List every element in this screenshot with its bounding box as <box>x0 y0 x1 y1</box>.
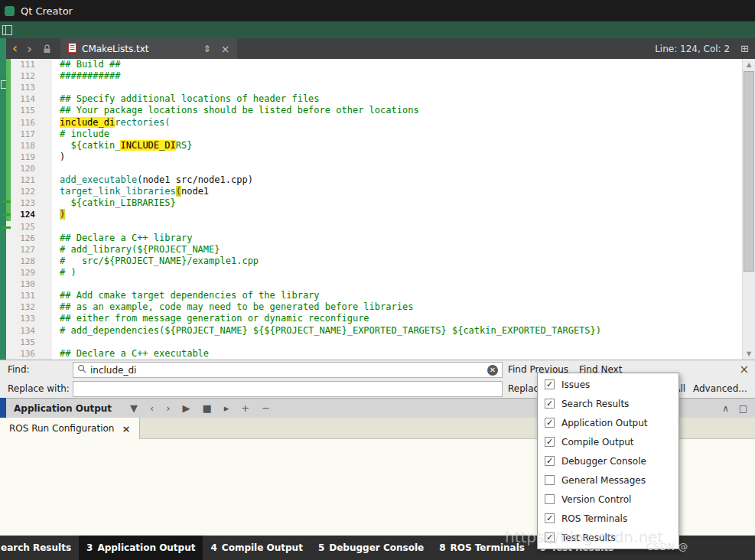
code-line-133[interactable]: 133## either from message generation or … <box>6 313 742 324</box>
code-line-115[interactable]: 115## Your package locations should be l… <box>6 105 742 116</box>
code-text: ## Specify additional locations of heade… <box>52 93 320 105</box>
scroll-down-icon[interactable]: ▼ <box>743 348 755 360</box>
code-line-114[interactable]: 114## Specify additional locations of he… <box>6 93 742 105</box>
checkbox-search-results[interactable]: ✓ <box>545 399 555 409</box>
find-input[interactable] <box>90 365 483 376</box>
line-number: 113 <box>11 82 52 93</box>
panes-menu-item-test-results[interactable]: ✓Test Results <box>538 528 679 547</box>
line-number: 122 <box>11 186 52 197</box>
code-line-119[interactable]: 119) <box>6 151 742 163</box>
code-line-136[interactable]: 136## Declare a C++ executable <box>6 348 742 360</box>
code-line-131[interactable]: 131## Add cmake target dependencies of t… <box>6 290 742 301</box>
line-number: 111 <box>11 59 52 70</box>
prev-item-icon[interactable]: ‹ <box>150 402 154 414</box>
panes-menu-item-application-output[interactable]: ✓Application Output <box>538 413 679 432</box>
panes-menu-item-search-results[interactable]: ✓Search Results <box>538 394 679 413</box>
code-line-132[interactable]: 132## as an example, code may need to be… <box>6 301 742 313</box>
output-pane-button-ros-terminals[interactable]: 8ROS Terminals <box>431 536 532 560</box>
attach-icon[interactable]: ▸ <box>224 402 229 414</box>
checkbox-version-control[interactable] <box>545 494 555 504</box>
replace-label: Replace with: <box>8 379 70 399</box>
code-line-127[interactable]: 127# add_library(${PROJECT_NAME} <box>6 244 742 256</box>
code-line-128[interactable]: 128# src/${PROJECT_NAME}/example1.cpp <box>6 256 742 267</box>
scrollbar-thumb[interactable] <box>744 71 754 272</box>
panes-menu-item-general-messages[interactable]: General Messages <box>538 470 679 490</box>
panes-menu-item-debugger-console[interactable]: ✓Debugger Console <box>538 451 679 470</box>
panes-menu-item-compile-output[interactable]: ✓Compile Output <box>538 432 679 451</box>
line-number: 114 <box>11 93 52 105</box>
checkbox-issues[interactable]: ✓ <box>545 379 555 389</box>
open-file-name: CMakeLists.txt <box>82 44 149 54</box>
code-line-134[interactable]: 134# add_dependencies(${PROJECT_NAME} ${… <box>6 325 742 337</box>
close-find-icon[interactable]: × <box>739 360 749 379</box>
pane-number: 3 <box>86 542 93 553</box>
panes-menu-label: Test Results <box>561 532 616 543</box>
document-dropdown-icon[interactable]: ⇕ <box>203 44 211 54</box>
maximize-pane-icon[interactable]: □ <box>739 399 747 418</box>
advanced-button[interactable]: Advanced... <box>693 379 747 399</box>
collapse-pane-icon[interactable]: ∧ <box>722 399 729 418</box>
code-text: ## Add cmake target dependencies of the … <box>52 290 320 301</box>
checkbox-ros-terminals[interactable]: ✓ <box>545 513 555 523</box>
panes-menu-label: ROS Terminals <box>561 513 627 524</box>
checkbox-debugger-console[interactable]: ✓ <box>545 456 555 466</box>
output-pane-button-compile-output[interactable]: 4Compile Output <box>203 536 310 560</box>
output-pane-title: Application Output <box>14 403 112 414</box>
close-document-icon[interactable]: × <box>221 43 230 55</box>
split-editor-icon[interactable]: ⊞ <box>740 43 749 54</box>
go-back-icon[interactable]: ‹ <box>12 38 18 59</box>
pane-label: earch Results <box>1 542 71 553</box>
panes-menu-item-ros-terminals[interactable]: ✓ROS Terminals <box>538 509 679 528</box>
code-line-135[interactable]: 135 <box>6 337 742 348</box>
code-line-112[interactable]: 112########### <box>6 70 742 82</box>
checkbox-general-messages[interactable] <box>545 475 555 485</box>
code-line-118[interactable]: 118 ${catkin_INCLUDE_DIRS} <box>6 140 742 151</box>
output-pane-button-debugger-console[interactable]: 5Debugger Console <box>311 536 431 560</box>
close-output-tab-icon[interactable]: × <box>122 423 130 435</box>
code-line-116[interactable]: 116include_directories( <box>6 117 742 129</box>
code-line-124[interactable]: 124) <box>6 209 742 220</box>
replace-input[interactable] <box>77 384 498 395</box>
clear-find-icon[interactable]: ✕ <box>487 365 498 376</box>
code-line-129[interactable]: 129# ) <box>6 267 742 278</box>
code-line-111[interactable]: 111## Build ## <box>6 59 742 70</box>
code-line-125[interactable]: 125 <box>6 221 742 233</box>
code-line-122[interactable]: 122target_link_libraries(node1 <box>6 186 742 197</box>
editor-tab-cmakelists[interactable]: CMakeLists.txt ⇕ × <box>60 38 237 59</box>
search-icon[interactable] <box>77 364 86 376</box>
panes-menu-label: Debugger Console <box>561 456 646 467</box>
code-line-113[interactable]: 113 <box>6 82 742 93</box>
editor-scrollbar[interactable]: ▲ ▼ <box>742 59 755 360</box>
line-number: 133 <box>11 313 52 324</box>
zoom-out-icon[interactable]: − <box>262 402 270 414</box>
panes-menu-item-issues[interactable]: ✓Issues <box>538 375 679 394</box>
stop-icon[interactable]: ■ <box>202 402 211 414</box>
code-line-117[interactable]: 117# include <box>6 129 742 140</box>
code-line-130[interactable]: 130 <box>6 278 742 290</box>
code-editor[interactable]: 111## Build ##112###########113114## Spe… <box>6 59 742 360</box>
code-text: # add_dependencies(${PROJECT_NAME} ${${P… <box>52 325 601 337</box>
toolbar-band <box>0 21 755 38</box>
code-line-126[interactable]: 126## Declare a C++ library <box>6 233 742 244</box>
checkbox-application-output[interactable]: ✓ <box>545 418 555 428</box>
output-pane-button-application-output[interactable]: 3Application Output <box>79 536 203 560</box>
code-text: ${catkin_INCLUDE_DIRS} <box>52 140 192 151</box>
filter-icon[interactable]: ▼ <box>130 402 138 414</box>
run-icon[interactable]: ▶ <box>182 402 190 414</box>
code-line-120[interactable]: 120 <box>6 163 742 174</box>
line-number: 117 <box>11 129 52 140</box>
sidebar-toggle-icon[interactable] <box>2 25 12 35</box>
next-item-icon[interactable]: › <box>166 402 170 414</box>
output-tab-ros-run[interactable]: ROS Run Configuration × <box>0 418 140 439</box>
line-number: 126 <box>11 233 52 244</box>
panes-menu-item-version-control[interactable]: Version Control <box>538 490 679 509</box>
zoom-in-icon[interactable]: + <box>241 402 249 414</box>
checkbox-test-results[interactable]: ✓ <box>545 532 555 542</box>
checkbox-compile-output[interactable]: ✓ <box>545 437 555 447</box>
code-line-123[interactable]: 123 ${catkin_LIBRARIES} <box>6 197 742 209</box>
code-line-121[interactable]: 121add_executable(node1 src/node1.cpp) <box>6 174 742 186</box>
output-pane-button-earch-results[interactable]: earch Results <box>0 536 79 560</box>
scroll-up-icon[interactable]: ▲ <box>743 59 755 70</box>
mode-strip <box>0 38 6 360</box>
go-forward-icon[interactable]: › <box>27 41 32 57</box>
